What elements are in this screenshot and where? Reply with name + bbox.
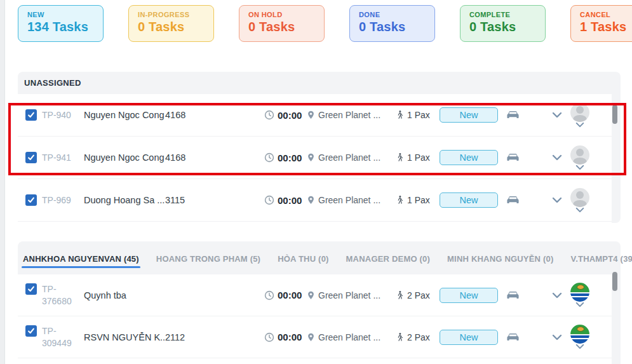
avatar[interactable] <box>570 188 589 207</box>
task-code: 3115 <box>165 195 205 205</box>
pax-cell: 1 Pax <box>395 195 436 205</box>
unassigned-panel: UNASSIGNED TP-940 Nguyen Ngoc Cong 4168 … <box>18 72 621 223</box>
task-name: Quynh tba <box>84 290 165 300</box>
task-pax: 1 Pax <box>407 195 430 205</box>
scrollbar-thumb[interactable] <box>612 105 617 124</box>
unassigned-title: UNASSIGNED <box>18 72 621 94</box>
tab-hoang-trong-pham[interactable]: HOANG TRONG PHAM (5) <box>156 243 260 274</box>
card-new[interactable]: NEW 134 Tasks <box>18 5 104 42</box>
task-row-tp-376680[interactable]: TP-376680 Quynh tba 00:00 Green Planet .… <box>18 274 612 316</box>
card-complete[interactable]: COMPLETE 0 Tasks <box>460 5 546 42</box>
pax-cell: 1 Pax <box>395 152 436 163</box>
task-pax: 1 Pax <box>407 152 430 163</box>
time-cell: 00:00 <box>264 332 306 342</box>
assignee-tabs: ANHKHOA NGUYENVAN (45) HOANG TRONG PHAM … <box>18 241 621 274</box>
task-location: Green Planet ... <box>318 152 380 163</box>
chevron-down-icon[interactable] <box>575 165 584 170</box>
tab-manager-demo[interactable]: MANAGER DEMO (0) <box>346 243 430 274</box>
unassigned-rows: TP-940 Nguyen Ngoc Cong 4168 00:00 Green… <box>18 94 612 223</box>
card-label: COMPLETE <box>469 11 536 18</box>
tab-vthampt4[interactable]: V.THAMPT4 (39) <box>571 243 632 274</box>
task-pax: 2 Pax <box>407 332 430 342</box>
card-cancel[interactable]: CANCEL 1 Tasks <box>570 5 632 42</box>
summary-cards: NEW 134 Tasks IN-PROGRESS 0 Tasks ON HOL… <box>0 5 632 43</box>
time-cell: 00:00 <box>264 195 306 206</box>
status-badge[interactable]: New <box>440 288 498 303</box>
status-badge[interactable]: New <box>440 150 498 165</box>
checkbox-checked-icon[interactable] <box>25 152 37 163</box>
location-cell: Green Planet ... <box>306 152 393 163</box>
tab-anhkhoa-nguyenvan[interactable]: ANHKHOA NGUYENVAN (45) <box>23 243 139 274</box>
scrollbar-thumb[interactable] <box>612 272 617 291</box>
task-pax: 1 Pax <box>407 110 430 120</box>
task-id: TP-941 <box>42 152 76 164</box>
task-location: Green Planet ... <box>318 110 380 120</box>
pax-walker-icon <box>395 290 404 300</box>
clock-icon <box>264 290 274 300</box>
chevron-down-icon[interactable] <box>552 154 562 161</box>
vehicle-car-icon[interactable] <box>506 110 520 120</box>
chevron-down-icon[interactable] <box>552 112 562 118</box>
location-pin-icon <box>306 195 316 205</box>
vehicle-car-icon[interactable] <box>506 290 520 300</box>
task-location: Green Planet ... <box>318 290 380 300</box>
status-badge[interactable]: New <box>440 330 498 345</box>
vehicle-car-icon[interactable] <box>506 195 520 205</box>
tab-hoa-thu[interactable]: HÒA THU (0) <box>278 243 328 274</box>
task-row-tp-941[interactable]: TP-941 Nguyen Ngoc Cong 4168 00:00 Green… <box>18 137 612 179</box>
tab-minh-khang-nguyen[interactable]: MINH KHANG NGUYỄN (0) <box>447 243 553 274</box>
pax-walker-icon <box>395 152 404 163</box>
avatar[interactable] <box>570 145 589 165</box>
task-time: 00:00 <box>278 290 302 300</box>
task-name: Duong Hoang Sa ... <box>84 195 165 205</box>
card-label: NEW <box>27 11 94 18</box>
time-cell: 00:00 <box>264 290 306 300</box>
chevron-down-icon[interactable] <box>552 197 562 203</box>
pax-cell: 2 Pax <box>395 290 436 300</box>
card-on-hold[interactable]: ON HOLD 0 Tasks <box>239 5 325 42</box>
location-pin-icon <box>306 152 316 163</box>
card-in-progress[interactable]: IN-PROGRESS 0 Tasks <box>128 5 214 42</box>
pax-walker-icon <box>395 195 404 205</box>
task-id: TP-940 <box>42 109 76 121</box>
avatar[interactable] <box>570 283 589 302</box>
card-done[interactable]: DONE 0 Tasks <box>349 5 435 42</box>
vehicle-car-icon[interactable] <box>506 332 520 342</box>
card-count: 134 Tasks <box>27 20 94 34</box>
chevron-down-icon[interactable] <box>575 207 584 213</box>
checkbox-checked-icon[interactable] <box>25 325 37 337</box>
vehicle-car-icon[interactable] <box>506 152 520 163</box>
time-cell: 00:00 <box>264 110 306 121</box>
assignee-cell <box>570 283 590 307</box>
checkbox-checked-icon[interactable] <box>25 109 37 121</box>
location-pin-icon <box>306 332 316 342</box>
chevron-down-icon[interactable] <box>552 334 562 340</box>
chevron-down-icon[interactable] <box>552 292 562 299</box>
task-row-tp-940[interactable]: TP-940 Nguyen Ngoc Cong 4168 00:00 Green… <box>18 94 612 137</box>
assignee-cell <box>570 188 590 213</box>
location-cell: Green Planet ... <box>306 332 393 342</box>
task-code: 4168 <box>165 152 205 163</box>
assignee-cell <box>570 325 590 349</box>
checkbox-checked-icon[interactable] <box>25 194 37 206</box>
location-pin-icon <box>306 290 316 300</box>
task-code: 4168 <box>165 110 205 120</box>
task-location: Green Planet ... <box>318 195 380 205</box>
pax-cell: 1 Pax <box>395 110 436 120</box>
status-badge[interactable]: New <box>440 192 498 208</box>
clock-icon <box>264 110 274 120</box>
card-label: ON HOLD <box>248 11 315 18</box>
chevron-down-icon[interactable] <box>575 344 584 349</box>
location-cell: Green Planet ... <box>306 290 393 300</box>
task-time: 00:00 <box>278 152 302 163</box>
card-count: 1 Tasks <box>580 20 632 34</box>
task-row-tp-969[interactable]: TP-969 Duong Hoang Sa ... 3115 00:00 Gre… <box>18 179 612 222</box>
chevron-down-icon[interactable] <box>575 122 584 128</box>
avatar[interactable] <box>570 103 589 122</box>
status-badge[interactable]: New <box>440 107 498 123</box>
checkbox-checked-icon[interactable] <box>25 283 37 295</box>
avatar[interactable] <box>570 325 589 344</box>
chevron-down-icon[interactable] <box>575 302 584 307</box>
task-name: RSVN NGUYỄN K... <box>84 332 165 342</box>
task-row-tp-309449[interactable]: TP-309449 RSVN NGUYỄN K... 2112 00:00 Gr… <box>18 316 612 358</box>
